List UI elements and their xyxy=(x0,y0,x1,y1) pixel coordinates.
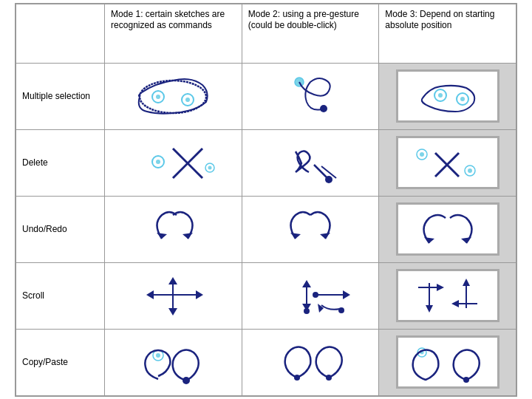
svg-point-43 xyxy=(338,307,344,313)
svg-marker-38 xyxy=(343,290,350,299)
svg-point-59 xyxy=(463,377,469,383)
svg-point-56 xyxy=(326,375,332,381)
svg-point-19 xyxy=(468,168,472,173)
cell-undo-redo-mode2 xyxy=(242,196,379,262)
cell-delete-mode2 xyxy=(242,129,379,196)
svg-point-10 xyxy=(460,97,465,101)
cell-scroll-mode1 xyxy=(105,262,242,329)
svg-point-39 xyxy=(313,292,318,298)
svg-point-2 xyxy=(156,95,160,99)
cell-scroll-mode3 xyxy=(379,262,516,329)
label-copy-paste: Copy/Paste xyxy=(16,329,105,395)
cell-multiple-selection-mode2 xyxy=(242,63,379,129)
svg-marker-22 xyxy=(290,233,301,239)
main-table-wrapper: Mode 1: certain sketches are recognized … xyxy=(15,3,517,397)
header-mode2: Mode 2: using a pre-gesture (could be do… xyxy=(242,4,379,63)
svg-marker-51 xyxy=(463,279,470,286)
svg-point-4 xyxy=(185,98,190,102)
cell-undo-redo-mode3 xyxy=(379,196,516,262)
label-delete: Delete xyxy=(16,129,105,196)
svg-marker-24 xyxy=(424,237,434,243)
svg-point-12 xyxy=(156,160,160,164)
svg-point-6 xyxy=(320,105,327,112)
svg-marker-21 xyxy=(183,233,193,239)
svg-point-14 xyxy=(208,166,212,169)
cell-undo-redo-mode1 xyxy=(105,196,242,262)
label-multiple-selection: Multiple selection xyxy=(16,63,105,129)
svg-point-55 xyxy=(294,375,300,381)
cell-scroll-mode2 xyxy=(242,262,379,329)
svg-marker-42 xyxy=(318,304,324,313)
label-undo-redo: Undo/Redo xyxy=(16,196,105,262)
svg-point-15 xyxy=(325,176,332,183)
svg-marker-41 xyxy=(302,304,311,311)
cell-delete-mode3 xyxy=(379,129,516,196)
svg-point-54 xyxy=(183,377,190,384)
svg-marker-49 xyxy=(426,305,433,313)
cell-multiple-selection-mode1 xyxy=(105,63,242,129)
svg-point-8 xyxy=(438,93,443,98)
header-mode3: Mode 3: Depend on starting absolute posi… xyxy=(379,4,516,63)
cell-copy-paste-mode2 xyxy=(242,329,379,395)
svg-marker-47 xyxy=(451,300,459,307)
svg-marker-25 xyxy=(461,237,471,243)
svg-marker-20 xyxy=(157,233,167,239)
svg-marker-23 xyxy=(320,233,330,239)
header-mode1: Mode 1: certain sketches are recognized … xyxy=(105,4,242,63)
cell-copy-paste-mode1 xyxy=(105,329,242,395)
label-scroll: Scroll xyxy=(16,262,105,329)
cell-copy-paste-mode3 xyxy=(379,329,516,395)
header-empty xyxy=(16,4,105,63)
svg-marker-29 xyxy=(168,308,177,316)
svg-point-17 xyxy=(420,152,424,157)
svg-marker-33 xyxy=(196,290,203,299)
svg-point-53 xyxy=(156,353,160,358)
svg-marker-45 xyxy=(437,284,444,291)
cell-delete-mode1 xyxy=(105,129,242,196)
cell-multiple-selection-mode3 xyxy=(379,63,516,129)
